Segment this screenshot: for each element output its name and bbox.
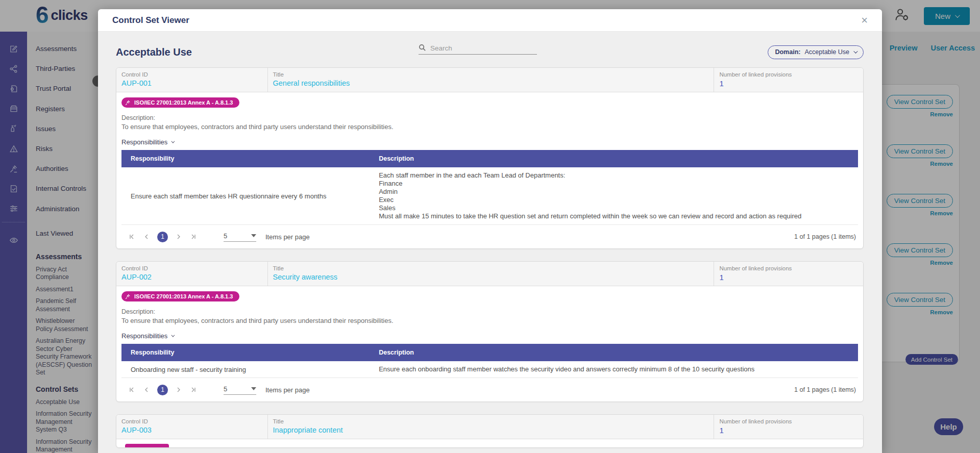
table-row: Ensure each staff member takes HR questi… bbox=[121, 167, 858, 225]
provisions-label: Number of linked provisions bbox=[719, 265, 859, 271]
gavel-icon bbox=[125, 100, 131, 106]
control-id-link[interactable]: AUP-002 bbox=[121, 273, 263, 281]
title-label: Title bbox=[273, 71, 710, 78]
chevron-down-icon bbox=[172, 334, 175, 337]
provisions-count: 1 bbox=[719, 273, 859, 282]
responsibilities-toggle[interactable]: Responsibilities bbox=[121, 332, 858, 340]
gavel-icon bbox=[125, 294, 131, 299]
description-label: Description: bbox=[121, 114, 858, 121]
table-row: Onboarding new staff - security training… bbox=[121, 361, 858, 378]
badge-text: ISO/IEC 27001:2013 Annex A - A.8.1.3 bbox=[134, 99, 233, 106]
pagination-bar: 1 5 Items per page 1 of 1 pages (1 items… bbox=[121, 225, 858, 248]
provisions-count: 1 bbox=[719, 79, 859, 88]
responsibilities-label: Responsibilities bbox=[121, 332, 167, 340]
column-header-description: Description bbox=[378, 150, 858, 167]
control-title-link[interactable]: Security awareness bbox=[273, 273, 710, 281]
last-page-icon[interactable] bbox=[189, 233, 198, 241]
control-id-label: Control ID bbox=[121, 418, 263, 424]
first-page-icon[interactable] bbox=[128, 233, 136, 241]
control-id-label: Control ID bbox=[121, 71, 263, 78]
provisions-count: 1 bbox=[719, 426, 859, 435]
next-page-icon[interactable] bbox=[175, 386, 183, 394]
page-size-value: 5 bbox=[224, 385, 227, 393]
search-input[interactable] bbox=[430, 44, 537, 52]
iso-standard-badge[interactable]: ISO/IEC 27001:2013 Annex A - A.8.1.3 bbox=[121, 291, 239, 301]
card-header: Control ID AUP-003 Title Inappropriate c… bbox=[116, 415, 863, 439]
previous-page-icon[interactable] bbox=[142, 233, 151, 241]
modal-toolbar: Acceptable Use Domain: Acceptable Use bbox=[116, 43, 864, 61]
responsibilities-label: Responsibilities bbox=[121, 138, 167, 146]
responsibility-cell: Ensure each staff member takes HR questi… bbox=[121, 167, 378, 225]
last-page-icon[interactable] bbox=[189, 386, 198, 394]
card-body: ISO/IEC 27001:2013 Annex A - A.8.1.3 Des… bbox=[116, 92, 863, 248]
title-label: Title bbox=[273, 418, 710, 424]
column-header-description: Description bbox=[378, 344, 858, 361]
badge-text: ISO/IEC 27001:2013 Annex A - A.8.1.3 bbox=[134, 293, 233, 299]
card-header: Control ID AUP-002 Title Security awaren… bbox=[116, 262, 863, 286]
title-label: Title bbox=[273, 265, 710, 271]
pagination-bar: 1 5 Items per page 1 of 1 pages (1 items… bbox=[121, 378, 858, 401]
next-page-icon[interactable] bbox=[175, 233, 183, 241]
dropdown-arrow-icon bbox=[251, 234, 256, 237]
chevron-down-icon bbox=[172, 140, 175, 143]
responsibilities-table: Responsibility Description Onboarding ne… bbox=[121, 344, 858, 378]
provisions-label: Number of linked provisions bbox=[719, 71, 859, 78]
column-header-responsibility: Responsibility bbox=[121, 344, 378, 361]
page-size-value: 5 bbox=[224, 232, 227, 240]
card-body: ISO/IEC 27001:2013 Annex A - A.8.1.3 Des… bbox=[116, 286, 863, 401]
description-cell: Each staff member in the and each Team L… bbox=[378, 167, 858, 225]
responsibilities-table: Responsibility Description Ensure each s… bbox=[121, 150, 858, 225]
description-line: Ensure each onboarding staff member watc… bbox=[379, 365, 855, 373]
app-root: 6 clicks New bbox=[0, 0, 980, 453]
current-page-button[interactable]: 1 bbox=[157, 232, 168, 242]
first-page-icon[interactable] bbox=[128, 386, 136, 394]
description-line: Must all make 15 minutes to take the HR … bbox=[379, 212, 855, 220]
card-header: Control ID AUP-001 Title General respons… bbox=[116, 68, 863, 92]
control-title-link[interactable]: Inappropriate content bbox=[273, 426, 710, 434]
control-set-viewer-modal: Control Set Viewer × Acceptable Use Doma… bbox=[98, 9, 882, 453]
pagination-summary: 1 of 1 pages (1 items) bbox=[794, 386, 856, 393]
description-line: Finance bbox=[379, 180, 855, 188]
domain-filter-label: Domain: bbox=[775, 48, 800, 56]
modal-title: Control Set Viewer bbox=[112, 15, 189, 26]
description-line: Sales bbox=[379, 204, 855, 212]
description-text: To ensure that employees, contractors an… bbox=[121, 317, 858, 324]
responsibilities-toggle[interactable]: Responsibilities bbox=[121, 138, 858, 146]
chevron-down-icon bbox=[853, 49, 857, 53]
pagination-summary: 1 of 1 pages (1 items) bbox=[794, 233, 856, 240]
description-line: Exec bbox=[379, 196, 855, 204]
iso-standard-badge[interactable]: ISO/IEC 27001:2013 Annex A - A.8.1.3 bbox=[121, 97, 239, 108]
description-cell: Ensure each onboarding staff member watc… bbox=[378, 361, 858, 378]
description-line: Admin bbox=[379, 188, 855, 196]
description-line: Each staff member in the and each Team L… bbox=[379, 171, 855, 180]
description-label: Description: bbox=[121, 308, 858, 315]
control-card-aup-002: Control ID AUP-002 Title Security awaren… bbox=[116, 261, 864, 402]
dropdown-arrow-icon bbox=[251, 387, 256, 390]
modal-header: Control Set Viewer × bbox=[98, 9, 882, 32]
modal-body: Acceptable Use Domain: Acceptable Use Co… bbox=[98, 32, 882, 448]
column-header-responsibility: Responsibility bbox=[121, 150, 378, 167]
domain-filter-value: Acceptable Use bbox=[804, 48, 849, 56]
page-size-select[interactable]: 5 bbox=[224, 385, 256, 395]
control-card-aup-003: Control ID AUP-003 Title Inappropriate c… bbox=[116, 414, 864, 448]
items-per-page-label: Items per page bbox=[265, 233, 310, 241]
current-page-button[interactable]: 1 bbox=[157, 385, 168, 395]
description-text: To ensure that employees, contractors an… bbox=[121, 123, 858, 131]
items-per-page-label: Items per page bbox=[265, 386, 310, 394]
responsibility-cell: Onboarding new staff - security training bbox=[121, 361, 378, 378]
page-size-select[interactable]: 5 bbox=[224, 232, 256, 242]
control-id-label: Control ID bbox=[121, 265, 263, 271]
search-icon bbox=[419, 44, 426, 52]
iso-standard-badge bbox=[125, 444, 169, 447]
close-icon[interactable]: × bbox=[861, 15, 868, 26]
control-id-link[interactable]: AUP-001 bbox=[121, 79, 263, 87]
control-id-link[interactable]: AUP-003 bbox=[121, 426, 263, 434]
control-title-link[interactable]: General responsibilities bbox=[273, 79, 710, 87]
provisions-label: Number of linked provisions bbox=[719, 418, 859, 424]
control-card-aup-001: Control ID AUP-001 Title General respons… bbox=[116, 67, 864, 249]
previous-page-icon[interactable] bbox=[142, 386, 151, 394]
search-field bbox=[419, 44, 537, 55]
control-set-heading: Acceptable Use bbox=[116, 46, 192, 58]
domain-filter-dropdown[interactable]: Domain: Acceptable Use bbox=[768, 45, 864, 59]
